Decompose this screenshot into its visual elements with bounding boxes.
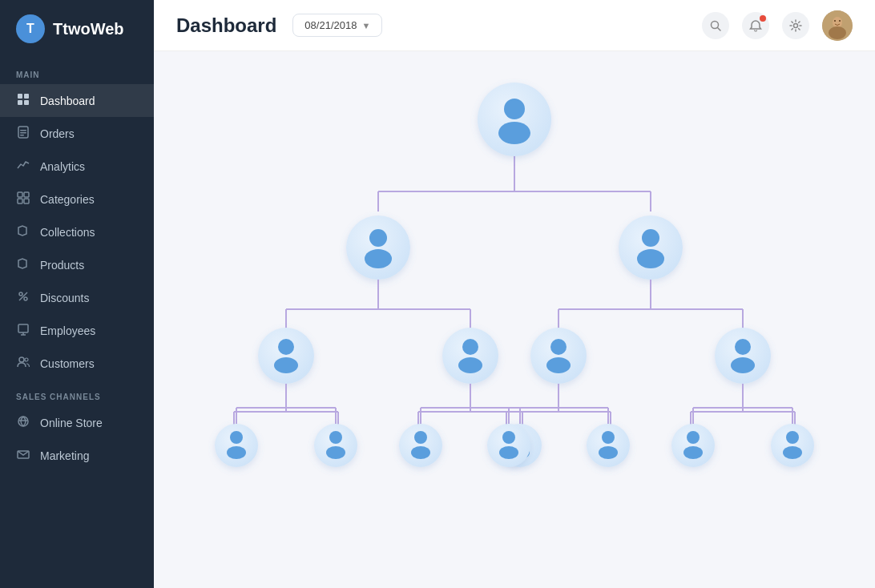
date-picker[interactable]: 08/21/2018 ▼ — [292, 14, 382, 37]
svg-point-139 — [687, 431, 700, 444]
svg-point-25 — [794, 23, 798, 27]
svg-point-20 — [18, 417, 28, 426]
sales-channels-label: SALES CHANNELS — [0, 380, 154, 406]
sidebar: T TtwoWeb MAIN Dashboard Orders — [0, 0, 154, 588]
svg-rect-2 — [18, 100, 22, 105]
topbar-actions — [702, 10, 853, 41]
sidebar-item-collections[interactable]: Collections — [0, 215, 154, 248]
svg-point-138 — [671, 424, 715, 467]
svg-point-128 — [411, 446, 430, 459]
sidebar-item-products[interactable]: Products — [0, 248, 154, 281]
svg-rect-3 — [24, 100, 29, 105]
svg-point-63 — [731, 357, 755, 373]
sidebar-item-marketing-label: Marketing — [40, 449, 89, 462]
svg-line-14 — [19, 292, 27, 300]
svg-point-56 — [462, 339, 478, 355]
svg-point-13 — [24, 297, 27, 300]
svg-point-126 — [399, 424, 442, 467]
sidebar-item-online-store[interactable]: Online Store — [0, 406, 154, 439]
app-name: TtwoWeb — [53, 20, 124, 38]
svg-point-57 — [458, 357, 482, 373]
svg-point-41 — [619, 215, 683, 280]
sidebar-item-products-label: Products — [40, 259, 84, 272]
svg-point-61 — [715, 328, 771, 384]
gear-icon — [789, 19, 802, 32]
main-panel: Dashboard 08/21/2018 ▼ — [154, 0, 875, 588]
svg-point-133 — [502, 431, 515, 444]
sidebar-item-dashboard[interactable]: Dashboard — [0, 84, 154, 117]
svg-point-58 — [530, 328, 587, 384]
svg-point-29 — [834, 20, 836, 22]
svg-point-37 — [498, 122, 530, 144]
svg-rect-0 — [18, 94, 22, 99]
app-logo[interactable]: T TtwoWeb — [0, 0, 154, 58]
svg-point-136 — [602, 431, 615, 444]
online-store-icon — [16, 415, 30, 430]
date-value: 08/21/2018 — [304, 19, 357, 31]
svg-point-38 — [346, 215, 410, 280]
avatar[interactable] — [822, 10, 853, 41]
marketing-icon — [16, 448, 30, 463]
discounts-icon — [16, 290, 30, 305]
sidebar-item-dashboard-label: Dashboard — [40, 95, 95, 107]
svg-point-140 — [683, 446, 703, 459]
svg-point-123 — [314, 424, 357, 467]
analytics-icon — [16, 159, 30, 174]
svg-point-18 — [19, 357, 24, 362]
svg-rect-9 — [24, 192, 29, 197]
page-title: Dashboard — [176, 14, 276, 37]
svg-line-24 — [718, 27, 721, 30]
svg-point-143 — [783, 446, 802, 459]
svg-point-137 — [599, 446, 618, 459]
svg-rect-11 — [24, 199, 29, 203]
svg-point-36 — [504, 99, 525, 119]
svg-point-142 — [786, 431, 799, 444]
chevron-down-icon: ▼ — [361, 21, 370, 30]
sidebar-item-categories-label: Categories — [40, 193, 95, 206]
svg-point-125 — [326, 446, 345, 459]
svg-point-132 — [487, 424, 530, 467]
sidebar-item-categories[interactable]: Categories — [0, 183, 154, 215]
svg-point-121 — [230, 431, 243, 444]
sidebar-item-orders-label: Orders — [40, 127, 75, 140]
sidebar-item-analytics-label: Analytics — [40, 160, 85, 173]
svg-point-62 — [735, 339, 751, 355]
svg-point-55 — [442, 328, 498, 384]
sidebar-item-discounts[interactable]: Discounts — [0, 281, 154, 314]
org-chart — [182, 75, 847, 543]
sidebar-item-employees[interactable]: Employees — [0, 314, 154, 347]
svg-point-59 — [550, 339, 567, 355]
svg-point-122 — [227, 446, 246, 459]
svg-point-120 — [215, 424, 258, 467]
svg-point-43 — [637, 249, 664, 268]
svg-point-127 — [414, 431, 427, 444]
sidebar-item-customers[interactable]: Customers — [0, 347, 154, 380]
sidebar-item-discounts-label: Discounts — [40, 292, 89, 304]
topbar: Dashboard 08/21/2018 ▼ — [154, 0, 875, 51]
svg-point-141 — [771, 424, 814, 467]
notifications-button[interactable] — [742, 12, 769, 39]
sidebar-item-analytics[interactable]: Analytics — [0, 150, 154, 183]
svg-point-40 — [365, 249, 392, 268]
svg-point-124 — [329, 431, 342, 444]
svg-point-53 — [278, 339, 294, 355]
notification-badge — [760, 15, 766, 22]
employees-icon — [16, 323, 30, 338]
svg-point-39 — [369, 229, 387, 247]
content-area — [154, 51, 875, 588]
svg-rect-5 — [20, 130, 26, 131]
sidebar-item-online-store-label: Online Store — [40, 417, 103, 429]
sidebar-item-collections-label: Collections — [40, 226, 95, 239]
svg-point-12 — [19, 292, 22, 296]
categories-icon — [16, 191, 30, 207]
sidebar-item-orders[interactable]: Orders — [0, 117, 154, 150]
sidebar-item-customers-label: Customers — [40, 357, 95, 370]
svg-rect-7 — [20, 135, 24, 136]
svg-point-60 — [546, 357, 571, 373]
search-button[interactable] — [702, 12, 729, 39]
settings-button[interactable] — [782, 12, 809, 39]
svg-rect-15 — [18, 324, 28, 332]
sidebar-item-marketing[interactable]: Marketing — [0, 439, 154, 472]
svg-point-134 — [499, 446, 518, 459]
svg-point-52 — [258, 328, 314, 384]
